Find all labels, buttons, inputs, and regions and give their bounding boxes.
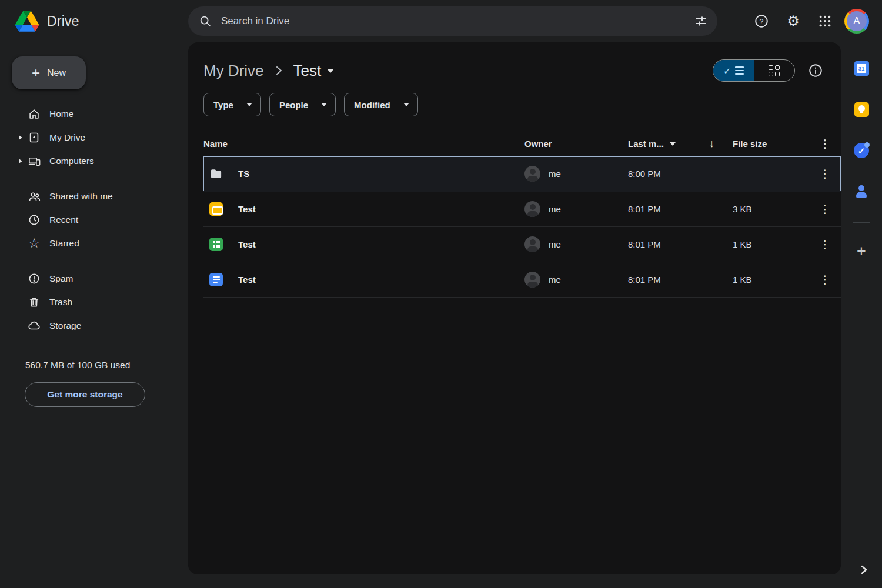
- filter-people-chip[interactable]: People: [269, 93, 336, 116]
- topbar-actions: ? ⚙ A: [749, 0, 882, 42]
- file-row-docs-test[interactable]: Test me 8:01 PM 1 KB ⋮: [203, 262, 841, 298]
- modified-time: 8:01 PM: [628, 239, 709, 249]
- sidebar-item-label: Computers: [49, 156, 94, 166]
- sidebar-item-my-drive[interactable]: My Drive: [0, 126, 188, 149]
- help-button[interactable]: ?: [749, 9, 774, 34]
- expand-caret-icon[interactable]: [19, 159, 22, 163]
- side-panel-rail: 31 ✓ +: [841, 42, 882, 588]
- calendar-icon[interactable]: 31: [848, 55, 874, 81]
- filter-chips: Type People Modified: [188, 81, 841, 116]
- sidebar-item-shared-with-me[interactable]: Shared with me: [0, 185, 188, 208]
- sidebar-item-home[interactable]: Home: [0, 102, 188, 126]
- vertical-dots-icon: ⋮: [820, 138, 831, 149]
- sidebar-item-starred[interactable]: ☆ Starred: [0, 232, 188, 255]
- expand-caret-icon[interactable]: [19, 135, 22, 140]
- row-more-options-button[interactable]: ⋮: [809, 168, 841, 179]
- search-options-icon[interactable]: [694, 14, 708, 28]
- list-view-button[interactable]: ✓: [713, 60, 754, 81]
- file-row-sheets-test[interactable]: Test me 8:01 PM 1 KB ⋮: [203, 227, 841, 262]
- top-bar: Drive ? ⚙: [0, 0, 882, 42]
- rail-divider: [853, 222, 870, 223]
- account-avatar[interactable]: A: [844, 9, 869, 34]
- details-info-button[interactable]: [806, 61, 826, 81]
- drive-logo[interactable]: Drive: [0, 11, 173, 32]
- svg-text:?: ?: [760, 18, 764, 26]
- home-icon: [27, 107, 41, 121]
- my-drive-icon: [27, 131, 41, 145]
- sidebar: + New Home My Drive: [0, 42, 188, 588]
- sidebar-item-label: Spam: [49, 273, 74, 284]
- vertical-dots-icon: ⋮: [820, 168, 831, 179]
- cloud-icon: [27, 319, 41, 333]
- filter-modified-chip[interactable]: Modified: [344, 93, 418, 116]
- sidebar-item-spam[interactable]: Spam: [0, 267, 188, 290]
- owner-avatar: [524, 236, 540, 252]
- sidebar-item-recent[interactable]: Recent: [0, 208, 188, 232]
- vertical-dots-icon: ⋮: [820, 274, 831, 285]
- row-more-options-button[interactable]: ⋮: [809, 239, 841, 250]
- main-panel: My Drive Test ✓: [188, 42, 841, 574]
- app-title: Drive: [47, 14, 79, 29]
- sidebar-item-label: Starred: [49, 238, 79, 249]
- modified-time: 8:01 PM: [628, 204, 709, 214]
- owner-name: me: [549, 204, 561, 214]
- file-row-folder-ts[interactable]: TS me 8:00 PM — ⋮: [203, 156, 841, 192]
- breadcrumb-my-drive[interactable]: My Drive: [203, 62, 264, 80]
- hide-side-panel-chevron[interactable]: [860, 564, 868, 575]
- column-header-name[interactable]: Name: [203, 139, 524, 149]
- owner-name: me: [549, 239, 561, 249]
- sidebar-item-label: Home: [49, 109, 74, 119]
- modified-time: 8:00 PM: [628, 169, 709, 179]
- settings-gear-icon[interactable]: ⚙: [781, 9, 806, 34]
- sort-direction-button[interactable]: ↓: [709, 138, 733, 150]
- column-header-size[interactable]: File size: [733, 139, 809, 149]
- filter-type-chip[interactable]: Type: [203, 93, 261, 116]
- apps-grid-icon[interactable]: [813, 9, 837, 34]
- drive-triangle-icon: [15, 11, 39, 32]
- row-more-options-button[interactable]: ⋮: [809, 274, 841, 285]
- sidebar-nav: Home My Drive Computers: [0, 102, 188, 338]
- vertical-dots-icon: ⋮: [820, 239, 831, 250]
- storage-usage-text: 560.7 MB of 100 GB used: [25, 360, 188, 370]
- grid-view-button[interactable]: [754, 60, 794, 81]
- table-header-row: Name Owner Last m... ↓ File size ⋮: [203, 132, 841, 156]
- owner-avatar: [524, 272, 540, 288]
- sidebar-item-storage[interactable]: Storage: [0, 314, 188, 338]
- keep-icon[interactable]: [848, 96, 874, 122]
- sidebar-item-label: Shared with me: [49, 191, 113, 202]
- chevron-down-icon: [321, 103, 327, 106]
- file-name: Test: [238, 204, 256, 214]
- search-icon: [199, 15, 212, 28]
- folder-icon: [209, 167, 223, 181]
- avatar-letter: A: [847, 11, 867, 31]
- new-button[interactable]: + New: [12, 56, 86, 89]
- new-button-label: New: [47, 68, 66, 78]
- file-name: TS: [238, 169, 249, 179]
- row-more-options-button[interactable]: ⋮: [809, 203, 841, 215]
- owner-name: me: [549, 169, 561, 179]
- sidebar-item-label: Trash: [49, 297, 72, 308]
- sidebar-item-label: Recent: [49, 215, 78, 225]
- search-input[interactable]: [221, 15, 694, 27]
- folder-menu-caret-icon: [327, 69, 334, 73]
- column-header-owner[interactable]: Owner: [524, 139, 628, 149]
- chevron-down-icon: [246, 103, 252, 106]
- file-row-slides-test[interactable]: Test me 8:01 PM 3 KB ⋮: [203, 192, 841, 227]
- chevron-down-icon: [403, 103, 409, 106]
- column-header-modified[interactable]: Last m...: [628, 139, 709, 149]
- breadcrumb-current-folder[interactable]: Test: [293, 62, 335, 80]
- file-name: Test: [238, 239, 256, 249]
- contacts-icon[interactable]: [848, 179, 874, 205]
- header-more-options-button[interactable]: ⋮: [809, 138, 841, 149]
- file-name: Test: [238, 275, 256, 285]
- get-more-storage-button[interactable]: Get more storage: [25, 382, 145, 407]
- search-bar[interactable]: [188, 6, 717, 36]
- add-apps-button[interactable]: +: [848, 238, 874, 264]
- sidebar-item-label: Storage: [49, 320, 81, 331]
- plus-icon: +: [32, 66, 40, 80]
- check-icon: ✓: [723, 66, 731, 75]
- chevron-down-icon: [670, 142, 676, 146]
- tasks-icon[interactable]: ✓: [848, 138, 874, 163]
- sidebar-item-computers[interactable]: Computers: [0, 149, 188, 173]
- sidebar-item-trash[interactable]: Trash: [0, 290, 188, 314]
